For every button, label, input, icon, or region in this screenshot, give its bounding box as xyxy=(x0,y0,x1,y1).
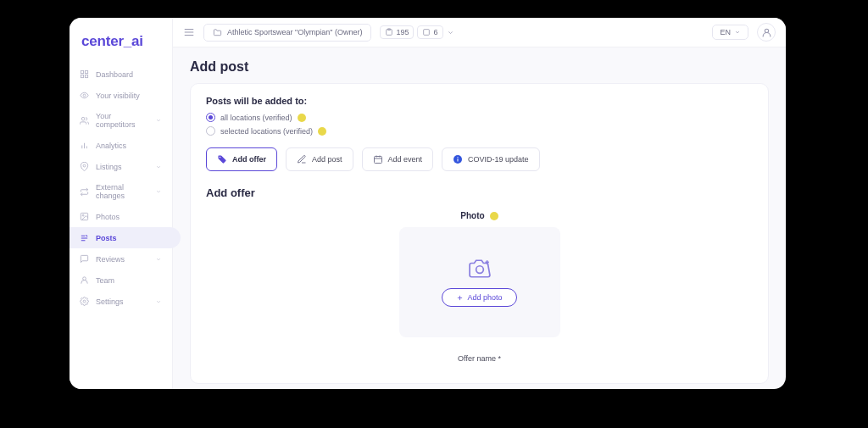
sidebar-item-label: Reviews xyxy=(96,255,125,264)
covid-update-button[interactable]: COVID-19 update xyxy=(442,147,540,171)
page-title: Add post xyxy=(190,59,769,75)
dashboard-icon xyxy=(80,69,89,79)
sidebar-item-label: Settings xyxy=(96,297,124,306)
svg-rect-2 xyxy=(81,75,83,77)
sidebar-item-label: External changes xyxy=(96,183,148,200)
competitors-icon xyxy=(80,116,89,125)
listings-icon xyxy=(80,162,89,171)
sidebar-item-visibility[interactable]: Your visibility xyxy=(70,85,172,106)
info-badge-icon xyxy=(318,127,326,136)
topbar: Athletic Sportswear "Olympian" (Owner) 1… xyxy=(173,18,786,47)
offer-name-label: Offer name * xyxy=(458,354,501,363)
svg-point-15 xyxy=(83,277,86,281)
analytics-icon xyxy=(80,141,89,150)
folder-icon xyxy=(213,28,222,37)
button-label: Add photo xyxy=(467,293,502,302)
sidebar: center_ai Dashboard Your visibility Your… xyxy=(70,18,173,389)
sidebar-item-label: Your visibility xyxy=(96,92,140,100)
sidebar-item-listings[interactable]: Listings xyxy=(70,156,172,177)
stat-secondary[interactable]: 6 xyxy=(417,25,442,39)
calendar-icon xyxy=(373,154,383,164)
scope-title: Posts will be added to: xyxy=(206,96,753,106)
sidebar-item-reviews[interactable]: Reviews xyxy=(70,248,172,270)
svg-point-31 xyxy=(476,266,483,274)
add-post-card: Posts will be added to: all locations (v… xyxy=(190,83,769,384)
camera-add-icon xyxy=(467,258,492,280)
location-stats: 195 6 xyxy=(380,25,453,39)
sidebar-item-label: Team xyxy=(96,276,114,285)
eye-icon xyxy=(80,91,89,100)
add-post-button[interactable]: Add post xyxy=(286,147,353,171)
post-type-buttons: Add offer Add post Add event xyxy=(206,147,753,171)
svg-point-16 xyxy=(83,300,86,303)
stat-verified[interactable]: 195 xyxy=(380,25,414,39)
svg-point-11 xyxy=(82,214,84,216)
sidebar-item-settings[interactable]: Settings xyxy=(70,291,172,312)
menu-toggle-icon[interactable] xyxy=(183,26,195,38)
changes-icon xyxy=(80,187,89,197)
sidebar-item-label: Analytics xyxy=(96,142,126,150)
svg-point-5 xyxy=(81,117,85,120)
svg-rect-29 xyxy=(458,158,459,162)
svg-rect-24 xyxy=(374,157,381,164)
sidebar-item-dashboard[interactable]: Dashboard xyxy=(70,64,172,85)
chevron-down-icon xyxy=(155,298,162,305)
svg-rect-0 xyxy=(81,70,83,73)
svg-point-23 xyxy=(765,29,768,32)
chevron-down-icon[interactable] xyxy=(447,29,454,36)
language-label: EN xyxy=(720,28,731,36)
sidebar-item-competitors[interactable]: Your competitors xyxy=(70,106,172,135)
sidebar-nav: Dashboard Your visibility Your competito… xyxy=(70,64,172,312)
radio-all-locations[interactable]: all locations (verified) xyxy=(206,113,753,122)
info-badge-icon xyxy=(298,114,306,122)
chevron-down-icon xyxy=(155,164,162,170)
sidebar-item-label: Dashboard xyxy=(96,70,133,79)
sidebar-item-label: Listings xyxy=(96,163,122,171)
svg-point-4 xyxy=(83,94,86,97)
language-selector[interactable]: EN xyxy=(712,25,748,40)
info-badge-icon xyxy=(490,212,498,220)
photo-icon xyxy=(80,212,89,221)
radio-label: all locations (verified) xyxy=(220,114,292,122)
reviews-icon xyxy=(80,254,89,264)
sidebar-item-team[interactable]: Team xyxy=(70,270,172,291)
app-window: center_ai Dashboard Your visibility Your… xyxy=(70,18,786,389)
org-selector[interactable]: Athletic Sportswear "Olympian" (Owner) xyxy=(203,24,371,42)
button-label: Add event xyxy=(388,155,423,164)
photo-upload-dropzone[interactable]: Add photo xyxy=(399,227,560,337)
button-label: Add offer xyxy=(232,155,266,164)
chevron-down-icon xyxy=(155,188,162,195)
sidebar-item-label: Posts xyxy=(96,234,117,242)
add-event-button[interactable]: Add event xyxy=(362,147,434,171)
user-avatar[interactable] xyxy=(757,23,776,42)
svg-rect-30 xyxy=(458,157,459,158)
team-icon xyxy=(80,275,89,285)
add-offer-button[interactable]: Add offer xyxy=(206,147,277,171)
info-circle-icon xyxy=(453,154,463,164)
sidebar-item-photos[interactable]: Photos xyxy=(70,206,172,227)
brand-logo: center_ai xyxy=(70,26,172,64)
button-label: COVID-19 update xyxy=(468,155,529,164)
sidebar-item-posts[interactable]: Posts xyxy=(70,227,181,248)
radio-icon xyxy=(206,126,215,136)
button-label: Add post xyxy=(312,155,342,164)
chevron-down-icon xyxy=(155,256,162,263)
radio-label: selected locations (verified) xyxy=(220,127,313,136)
posts-icon xyxy=(80,233,89,242)
add-photo-button[interactable]: Add photo xyxy=(442,288,516,307)
photo-section: Photo Add photo xyxy=(206,211,753,363)
sidebar-item-label: Your competitors xyxy=(96,112,148,129)
page-content: Add post Posts will be added to: all loc… xyxy=(173,47,786,389)
sidebar-item-external-changes[interactable]: External changes xyxy=(70,177,172,206)
sidebar-item-analytics[interactable]: Analytics xyxy=(70,135,172,156)
org-name: Athletic Sportswear "Olympian" (Owner) xyxy=(227,28,362,36)
svg-rect-22 xyxy=(424,30,430,36)
radio-selected-locations[interactable]: selected locations (verified) xyxy=(206,126,753,136)
sidebar-item-label: Photos xyxy=(96,213,120,221)
svg-point-9 xyxy=(83,164,86,167)
chevron-down-icon xyxy=(155,117,162,124)
edit-icon xyxy=(297,154,307,164)
gear-icon xyxy=(80,297,89,306)
tag-icon xyxy=(217,154,227,164)
photo-label: Photo xyxy=(460,211,498,220)
